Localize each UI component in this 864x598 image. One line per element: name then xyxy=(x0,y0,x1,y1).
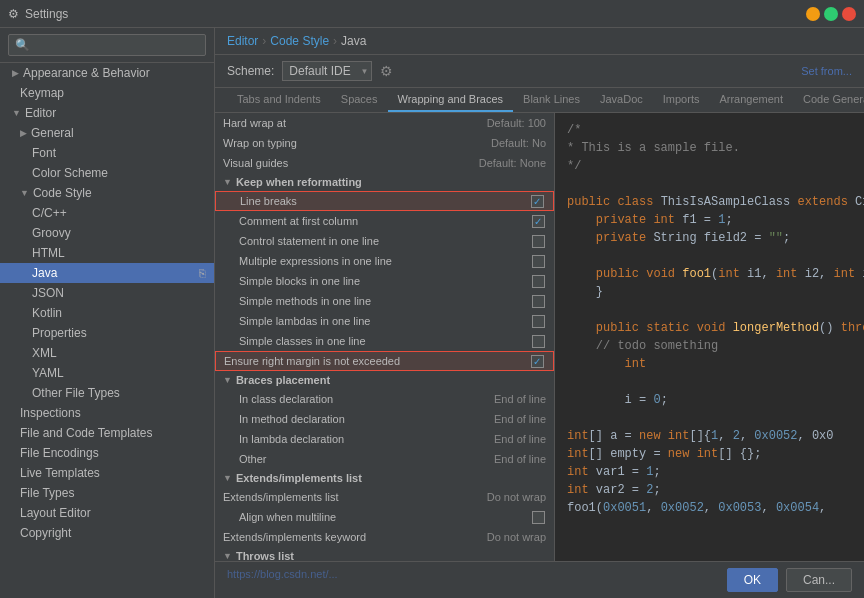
other-value[interactable]: End of line xyxy=(466,453,546,465)
arrow-icon: ▶ xyxy=(20,128,27,138)
sidebar-item-file-code-templates[interactable]: File and Code Templates xyxy=(0,423,214,443)
sidebar-item-html[interactable]: HTML xyxy=(0,243,214,263)
settings-icon: ⚙ xyxy=(8,7,19,21)
code-line: private int f1 = 1; xyxy=(567,211,852,229)
visual-guides-row: Visual guides Default: None xyxy=(215,153,554,173)
tab-wrapping-braces[interactable]: Wrapping and Braces xyxy=(388,88,514,112)
line-breaks-checkbox[interactable] xyxy=(531,195,544,208)
extends-section[interactable]: ▼ Extends/implements list xyxy=(215,469,554,487)
throws-section[interactable]: ▼ Throws list xyxy=(215,547,554,561)
method-decl-value[interactable]: End of line xyxy=(466,413,546,425)
sidebar-item-other-file-types[interactable]: Other File Types xyxy=(0,383,214,403)
control-stmt-row[interactable]: Control statement in one line xyxy=(215,231,554,251)
multiple-expr-label: Multiple expressions in one line xyxy=(239,255,530,267)
search-input[interactable] xyxy=(8,34,206,56)
right-margin-row[interactable]: Ensure right margin is not exceeded xyxy=(215,351,554,371)
align-multiline-row[interactable]: Align when multiline xyxy=(215,507,554,527)
simple-classes-checkbox[interactable] xyxy=(532,335,545,348)
lambda-decl-value[interactable]: End of line xyxy=(466,433,546,445)
sidebar-item-inspections[interactable]: Inspections xyxy=(0,403,214,423)
tab-javadoc[interactable]: JavaDoc xyxy=(590,88,653,112)
sidebar-item-file-types[interactable]: File Types xyxy=(0,483,214,503)
right-margin-checkbox-area[interactable] xyxy=(529,355,545,368)
sidebar-item-live-templates[interactable]: Live Templates xyxy=(0,463,214,483)
extends-keyword-value[interactable]: Do not wrap xyxy=(466,531,546,543)
minimize-button[interactable] xyxy=(806,7,820,21)
maximize-button[interactable] xyxy=(824,7,838,21)
simple-methods-checkbox-area[interactable] xyxy=(530,295,546,308)
breadcrumb-codestyle[interactable]: Code Style xyxy=(270,34,329,48)
class-decl-value[interactable]: End of line xyxy=(466,393,546,405)
simple-blocks-row[interactable]: Simple blocks in one line xyxy=(215,271,554,291)
comment-first-col-checkbox[interactable] xyxy=(532,215,545,228)
sidebar-item-kotlin[interactable]: Kotlin xyxy=(0,303,214,323)
sidebar-item-json[interactable]: JSON xyxy=(0,283,214,303)
sidebar-item-code-style[interactable]: ▼ Code Style xyxy=(0,183,214,203)
sidebar-item-color-scheme[interactable]: Color Scheme xyxy=(0,163,214,183)
multiple-expr-row[interactable]: Multiple expressions in one line xyxy=(215,251,554,271)
simple-methods-row[interactable]: Simple methods in one line xyxy=(215,291,554,311)
tab-arrangement[interactable]: Arrangement xyxy=(709,88,793,112)
sidebar-item-appearance[interactable]: ▶ Appearance & Behavior xyxy=(0,63,214,83)
sidebar-item-label: Appearance & Behavior xyxy=(23,66,150,80)
line-breaks-row[interactable]: Line breaks xyxy=(215,191,554,211)
scheme-select[interactable]: Default IDE xyxy=(282,61,372,81)
extends-list-value[interactable]: Do not wrap xyxy=(466,491,546,503)
sidebar-item-cpp[interactable]: C/C++ xyxy=(0,203,214,223)
line-breaks-checkbox-area[interactable] xyxy=(529,195,545,208)
simple-blocks-checkbox-area[interactable] xyxy=(530,275,546,288)
sidebar-item-groovy[interactable]: Groovy xyxy=(0,223,214,243)
keep-reformatting-section[interactable]: ▼ Keep when reformatting xyxy=(215,173,554,191)
simple-classes-row[interactable]: Simple classes in one line xyxy=(215,331,554,351)
cancel-button[interactable]: Can... xyxy=(786,568,852,592)
code-line: public static void longerMethod() throws… xyxy=(567,319,852,337)
sidebar-item-layout-editor[interactable]: Layout Editor xyxy=(0,503,214,523)
gear-icon[interactable]: ⚙ xyxy=(380,63,393,79)
breadcrumb-editor[interactable]: Editor xyxy=(227,34,258,48)
comment-first-col-row[interactable]: Comment at first column xyxy=(215,211,554,231)
hard-wrap-label: Hard wrap at xyxy=(223,117,466,129)
simple-lambdas-checkbox-area[interactable] xyxy=(530,315,546,328)
sidebar-item-copyright[interactable]: Copyright xyxy=(0,523,214,543)
ok-button[interactable]: OK xyxy=(727,568,778,592)
control-stmt-checkbox[interactable] xyxy=(532,235,545,248)
sidebar-item-xml[interactable]: XML xyxy=(0,343,214,363)
scheme-select-wrap[interactable]: Default IDE xyxy=(282,61,372,81)
code-line xyxy=(567,409,852,427)
sidebar-item-yaml[interactable]: YAML xyxy=(0,363,214,383)
set-from-link[interactable]: Set from... xyxy=(801,65,852,77)
sidebar-item-editor[interactable]: ▼ Editor xyxy=(0,103,214,123)
multiple-expr-checkbox[interactable] xyxy=(532,255,545,268)
control-stmt-checkbox-area[interactable] xyxy=(530,235,546,248)
simple-lambdas-checkbox[interactable] xyxy=(532,315,545,328)
sidebar-item-keymap[interactable]: Keymap xyxy=(0,83,214,103)
close-button[interactable] xyxy=(842,7,856,21)
multiple-expr-checkbox-area[interactable] xyxy=(530,255,546,268)
right-margin-checkbox[interactable] xyxy=(531,355,544,368)
arrow-icon: ▼ xyxy=(12,108,21,118)
comment-first-col-checkbox-area[interactable] xyxy=(530,215,546,228)
simple-lambdas-label: Simple lambdas in one line xyxy=(239,315,530,327)
sidebar-item-file-encodings[interactable]: File Encodings xyxy=(0,443,214,463)
simple-methods-checkbox[interactable] xyxy=(532,295,545,308)
simple-lambdas-row[interactable]: Simple lambdas in one line xyxy=(215,311,554,331)
tab-imports[interactable]: Imports xyxy=(653,88,710,112)
tab-code-generation[interactable]: Code Generation xyxy=(793,88,864,112)
sidebar-item-java[interactable]: Java ⎘ xyxy=(0,263,214,283)
simple-classes-checkbox-area[interactable] xyxy=(530,335,546,348)
sidebar-item-label: General xyxy=(31,126,74,140)
tab-tabs-indents[interactable]: Tabs and Indents xyxy=(227,88,331,112)
extends-keyword-row: Extends/implements keyword Do not wrap xyxy=(215,527,554,547)
align-multiline-checkbox-area[interactable] xyxy=(530,511,546,524)
simple-blocks-checkbox[interactable] xyxy=(532,275,545,288)
braces-section[interactable]: ▼ Braces placement xyxy=(215,371,554,389)
align-multiline-checkbox[interactable] xyxy=(532,511,545,524)
code-line: int[] a = new int[]{1, 2, 0x0052, 0x0 xyxy=(567,427,852,445)
tab-spaces[interactable]: Spaces xyxy=(331,88,388,112)
sidebar-item-font[interactable]: Font xyxy=(0,143,214,163)
search-box[interactable] xyxy=(0,28,214,63)
throws-label: Throws list xyxy=(236,550,294,561)
tab-blank-lines[interactable]: Blank Lines xyxy=(513,88,590,112)
sidebar-item-properties[interactable]: Properties xyxy=(0,323,214,343)
sidebar-item-general[interactable]: ▶ General xyxy=(0,123,214,143)
